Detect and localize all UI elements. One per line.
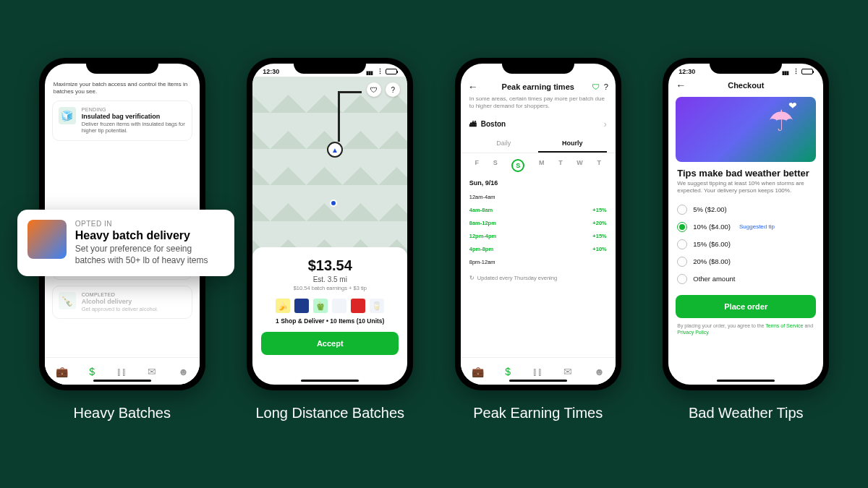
tip-option-5[interactable]: 5% ($2.00) bbox=[668, 201, 823, 218]
day-s-selected[interactable]: S bbox=[511, 159, 524, 172]
tip-option-15[interactable]: 15% ($6.00) bbox=[668, 236, 823, 253]
legal-text: By placing your order, you agree to the … bbox=[668, 322, 823, 335]
shield-icon[interactable]: 🛡 bbox=[592, 82, 600, 91]
batch-price: $13.54 bbox=[260, 257, 400, 274]
subtitle: In some areas, certain times pay more pe… bbox=[461, 95, 616, 116]
home-indicator bbox=[717, 380, 775, 382]
phone-notch bbox=[502, 58, 574, 74]
tab-daily[interactable]: Daily bbox=[469, 135, 538, 153]
map-route bbox=[338, 91, 340, 142]
nav-mail-icon[interactable]: ✉ bbox=[563, 366, 572, 377]
floating-title: Heavy batch delivery bbox=[75, 229, 224, 242]
card-title: Insulated bag verification bbox=[82, 113, 186, 120]
location-dot-icon bbox=[330, 200, 337, 207]
phone-notch bbox=[86, 58, 158, 74]
nav-mail-icon[interactable]: ✉ bbox=[148, 366, 156, 377]
day-f[interactable]: F bbox=[475, 159, 480, 172]
slot-pct: +15% bbox=[585, 233, 607, 239]
phone-label: Peak Earning Times bbox=[473, 405, 603, 421]
nav-profile-icon[interactable]: ☻ bbox=[594, 366, 605, 377]
nav-briefcase-icon[interactable]: 💼 bbox=[472, 366, 484, 377]
nav-stats-icon[interactable]: ⫿⫿ bbox=[532, 366, 542, 377]
alcohol-icon: 🍾 bbox=[59, 292, 76, 309]
day-t[interactable]: T bbox=[558, 159, 563, 172]
slot-label: 12pm-4pm bbox=[469, 233, 503, 239]
floating-heavy-batch-card[interactable]: OPTED IN Heavy batch delivery Set your p… bbox=[17, 210, 234, 276]
item-thumb: 🥛 bbox=[370, 299, 384, 313]
phone-frame: 12:30 ⋮ ← Checkout Tips make bad weather… bbox=[663, 58, 829, 390]
privacy-link[interactable]: Privacy Policy bbox=[677, 330, 709, 335]
header: ← Peak earning times 🛡 ? bbox=[461, 78, 616, 95]
update-note: ↻ Updated every Thursday evening bbox=[461, 269, 616, 287]
tabs: Daily Hourly bbox=[461, 135, 616, 153]
place-order-button[interactable]: Place order bbox=[676, 295, 816, 318]
tip-option-10[interactable]: 10% ($4.00) Suggested tip bbox=[668, 218, 823, 236]
batch-distance: Est. 3.5 mi bbox=[260, 275, 400, 283]
nav-stats-icon[interactable]: ⫿⫿ bbox=[116, 366, 127, 377]
item-thumb bbox=[332, 299, 346, 313]
card-desc: Deliver frozen items with insulated bags… bbox=[82, 121, 186, 134]
shield-icon[interactable]: 🛡 bbox=[367, 82, 381, 97]
tips-title: Tips make bad weather better bbox=[668, 168, 823, 179]
phones-row: Maximize your batch access and control t… bbox=[0, 0, 868, 421]
instruction-text: Maximize your batch access and control t… bbox=[52, 80, 192, 100]
nav-profile-icon[interactable]: ☻ bbox=[178, 366, 189, 377]
heavy-batch-icon bbox=[27, 220, 67, 259]
card-insulated-bag[interactable]: 🧊 PENDING Insulated bag verification Del… bbox=[52, 100, 192, 141]
phone-bad-weather: 12:30 ⋮ ← Checkout Tips make bad weather… bbox=[663, 58, 829, 421]
accept-button[interactable]: Accept bbox=[261, 332, 399, 355]
tab-hourly[interactable]: Hourly bbox=[538, 135, 607, 153]
home-indicator bbox=[509, 380, 567, 382]
header: ← Checkout bbox=[668, 77, 823, 94]
card-alcohol-delivery[interactable]: 🍾 COMPLETED Alcohol delivery Get approve… bbox=[52, 286, 192, 319]
phone-frame: ← Peak earning times 🛡 ? In some areas, … bbox=[455, 58, 621, 390]
wifi-icon: ⋮ bbox=[793, 68, 799, 75]
refresh-icon: ↻ bbox=[469, 275, 475, 281]
phone-notch bbox=[294, 58, 366, 74]
wifi-icon: ⋮ bbox=[377, 68, 383, 75]
slot-pct: +15% bbox=[585, 207, 607, 213]
tip-option-other[interactable]: Other amount bbox=[668, 270, 823, 288]
item-thumb: 🍌 bbox=[276, 299, 290, 313]
nav-dollar-icon[interactable]: $ bbox=[89, 366, 95, 377]
tips-subtitle: We suggest tipping at least 10% when sto… bbox=[668, 179, 823, 201]
tip-label: Other amount bbox=[693, 275, 735, 283]
phone-peak-earning: ← Peak earning times 🛡 ? In some areas, … bbox=[455, 58, 621, 421]
slot-row: 8am-12pm +20% bbox=[461, 217, 616, 230]
phone-notch bbox=[710, 58, 782, 74]
slot-label: 8am-12pm bbox=[469, 220, 503, 226]
day-w[interactable]: W bbox=[576, 159, 583, 172]
card-title: Alcohol delivery bbox=[82, 298, 158, 305]
help-icon[interactable]: ? bbox=[386, 82, 400, 97]
home-indicator bbox=[93, 380, 151, 382]
day-s[interactable]: S bbox=[493, 159, 498, 172]
day-t[interactable]: T bbox=[597, 159, 601, 172]
nav-briefcase-icon[interactable]: 💼 bbox=[56, 366, 68, 377]
slot-row: 12pm-4pm +15% bbox=[461, 230, 616, 243]
tip-label: 15% ($6.00) bbox=[693, 240, 731, 248]
tip-option-20[interactable]: 20% ($8.00) bbox=[668, 253, 823, 270]
help-icon[interactable]: ? bbox=[604, 82, 608, 91]
signal-icon bbox=[366, 69, 375, 74]
battery-icon bbox=[386, 69, 397, 74]
phone-long-distance: 12:30 ⋮ 🛡 ? ▲ bbox=[247, 58, 413, 421]
page-title: Peak earning times bbox=[502, 82, 574, 91]
slot-label: 8pm-12am bbox=[469, 259, 503, 265]
map[interactable]: 🛡 ? ▲ bbox=[252, 77, 407, 257]
tip-label: 10% ($4.00) bbox=[693, 223, 731, 231]
card-tag: COMPLETED bbox=[82, 292, 158, 297]
back-icon[interactable]: ← bbox=[676, 80, 686, 91]
store-pin-icon[interactable]: ▲ bbox=[327, 142, 343, 158]
item-thumb bbox=[294, 299, 309, 313]
batch-earnings-breakdown: $10.54 batch earnings + $3 tip bbox=[260, 285, 400, 291]
city-selector[interactable]: 🏙Boston › bbox=[461, 116, 616, 135]
tos-link[interactable]: Terms of Service bbox=[765, 323, 803, 328]
selected-date: Sun, 9/16 bbox=[461, 175, 616, 191]
phone-label: Bad Weather Tips bbox=[689, 405, 804, 421]
suggested-badge: Suggested tip bbox=[739, 223, 775, 230]
tip-label: 5% ($2.00) bbox=[693, 205, 726, 213]
slot-label: 4pm-8pm bbox=[469, 246, 503, 252]
back-icon[interactable]: ← bbox=[468, 81, 478, 93]
nav-dollar-icon[interactable]: $ bbox=[505, 366, 511, 377]
day-m[interactable]: M bbox=[539, 159, 545, 172]
